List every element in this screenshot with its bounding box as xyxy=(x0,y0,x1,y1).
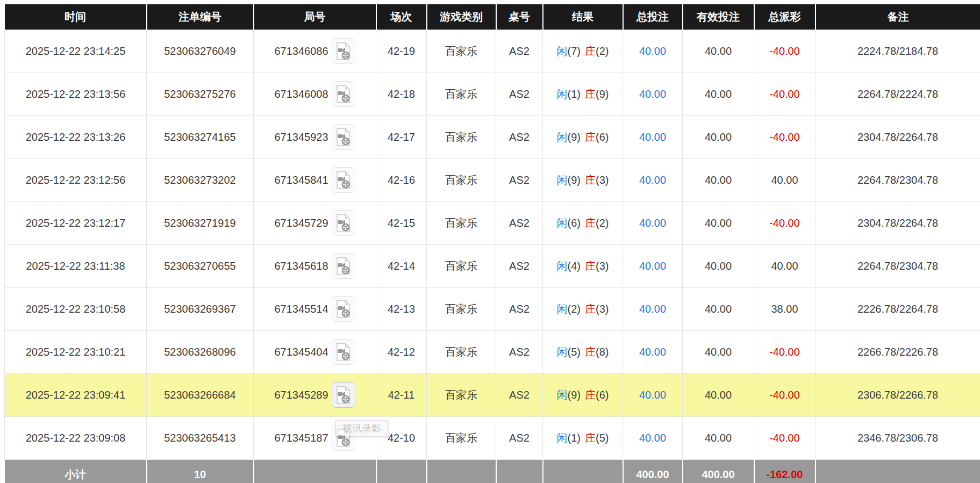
remark-cell: 2226.78/2264.78 xyxy=(816,287,980,330)
result-cell: 闲(9)庄(3) xyxy=(543,158,623,201)
result-banker-label: 庄 xyxy=(585,131,596,143)
video-replay-button[interactable] xyxy=(332,339,355,365)
bet-time: 2025-12-22 23:13:56 xyxy=(26,88,126,100)
valid-bet: 40.00 xyxy=(705,174,732,186)
round-id: 671345514 xyxy=(274,303,328,315)
table-row[interactable]: 2025-12-22 23:10:58523063269367671345514… xyxy=(5,287,980,330)
bet-time-cell: 2025-12-22 23:10:21 xyxy=(5,330,147,373)
session: 42-13 xyxy=(388,303,415,315)
subtotal-payout-cell: -162.00 xyxy=(754,459,816,483)
col-header-session: 场次 xyxy=(376,4,427,30)
bet-time: 2025-12-22 23:13:26 xyxy=(26,131,126,143)
result-banker-value: (5) xyxy=(596,432,609,444)
video-replay-button[interactable] xyxy=(332,296,355,322)
table-number: AS2 xyxy=(509,260,530,272)
remark: 2264.78/2304.78 xyxy=(857,174,938,186)
result-player-value: (9) xyxy=(568,131,581,143)
total-payout: -40.00 xyxy=(769,88,800,100)
remark: 2304.78/2264.78 xyxy=(857,217,938,229)
total-bet-cell: 40.00 xyxy=(623,158,683,201)
round-wrap: 671345618 xyxy=(254,253,376,279)
result-player-label: 闲 xyxy=(557,45,568,57)
table-row[interactable]: 2025-12-22 23:13:26523063274165671345923… xyxy=(5,116,980,158)
total-bet-cell: 40.00 xyxy=(623,287,683,330)
remark: 2346.78/2306.78 xyxy=(857,432,938,444)
round-wrap: 671345514 xyxy=(254,296,376,322)
table-number-cell: AS2 xyxy=(496,201,543,244)
bet-time-cell: 2025-12-22 23:14:25 xyxy=(5,30,147,73)
result-player-value: (9) xyxy=(568,174,581,186)
subtotal-row: 小计 10 400.00 400.00 -162.00 xyxy=(5,459,980,483)
subtotal-empty-cell xyxy=(254,459,376,483)
total-payout: 40.00 xyxy=(771,174,798,186)
col-header-table-number: 桌号 xyxy=(496,4,543,30)
bet-time: 2025-12-22 23:09:08 xyxy=(26,432,126,444)
result-player-value: (9) xyxy=(568,389,581,401)
remark: 2304.78/2264.78 xyxy=(857,131,938,143)
result-player-label: 闲 xyxy=(557,131,568,143)
table-row[interactable]: 2025-12-22 23:09:41523063266684671345289… xyxy=(5,373,980,416)
result-player-value: (1) xyxy=(568,432,581,444)
table-row[interactable]: 2025-12-22 23:09:08523063265413671345187… xyxy=(5,416,980,459)
bet-time: 2025-12-22 23:11:38 xyxy=(26,260,125,272)
table-number: AS2 xyxy=(509,131,530,143)
total-payout: -40.00 xyxy=(769,389,800,401)
result-player-label: 闲 xyxy=(557,217,568,229)
video-replay-button[interactable] xyxy=(332,382,355,408)
table-row[interactable]: 2025-12-22 23:14:25523063276049671346086… xyxy=(5,30,980,73)
video-replay-button[interactable] xyxy=(332,81,355,107)
result-cell: 闲(6)庄(2) xyxy=(543,201,623,244)
video-replay-button[interactable] xyxy=(332,167,355,193)
total-bet-cell: 40.00 xyxy=(623,416,683,459)
total-payout-cell: -40.00 xyxy=(754,416,816,459)
round-id: 671346008 xyxy=(274,88,328,100)
table-number-cell: AS2 xyxy=(496,287,543,330)
valid-bet: 40.00 xyxy=(705,346,732,358)
result-banker-value: (3) xyxy=(596,260,609,272)
table-row[interactable]: 2025-12-22 23:13:56523063275276671346008… xyxy=(5,73,980,116)
game-type: 百家乐 xyxy=(445,346,477,358)
video-replay-button[interactable] xyxy=(332,253,355,279)
table-row[interactable]: 2025-12-22 23:11:38523063270655671345618… xyxy=(5,244,980,287)
session-cell: 42-12 xyxy=(376,330,427,373)
valid-bet: 40.00 xyxy=(705,45,732,57)
col-header-bet-id: 注单编号 xyxy=(147,4,254,30)
session-cell: 42-19 xyxy=(376,30,427,73)
remark: 2226.78/2264.78 xyxy=(857,303,938,315)
round-id: 671345404 xyxy=(274,346,328,358)
bet-id-cell: 523063268096 xyxy=(147,330,254,373)
session-cell: 42-11 xyxy=(376,373,427,416)
round-id-cell: 671345514 xyxy=(254,287,376,330)
table-number-cell: AS2 xyxy=(496,244,543,287)
valid-bet: 40.00 xyxy=(705,131,732,143)
table-number-cell: AS2 xyxy=(496,158,543,201)
subtotal-empty-cell xyxy=(496,459,543,483)
bet-id-cell: 523063270655 xyxy=(147,244,254,287)
bet-id: 523063268096 xyxy=(164,346,235,358)
video-replay-button[interactable] xyxy=(332,38,355,64)
remark: 2224.78/2184.78 xyxy=(857,45,938,57)
bet-time-cell: 2025-12-22 23:09:08 xyxy=(5,416,147,459)
col-header-time: 时间 xyxy=(5,4,147,30)
round-id-cell: 671345289 xyxy=(254,373,376,416)
result-player-label: 闲 xyxy=(557,174,568,186)
video-replay-button[interactable] xyxy=(332,124,355,150)
valid-bet-cell: 40.00 xyxy=(683,330,754,373)
table-row[interactable]: 2025-12-22 23:12:17523063271919671345729… xyxy=(5,201,980,244)
col-header-game-type: 游戏类别 xyxy=(427,4,496,30)
total-bet: 40.00 xyxy=(639,346,666,358)
bet-id: 523063274165 xyxy=(164,131,235,143)
game-type: 百家乐 xyxy=(445,389,477,401)
total-payout: -40.00 xyxy=(769,432,800,444)
round-wrap: 671345841 xyxy=(254,167,376,193)
film-document-icon xyxy=(335,343,352,361)
result-banker-value: (2) xyxy=(596,45,609,57)
table-row[interactable]: 2025-12-22 23:12:56523063273202671345841… xyxy=(5,158,980,201)
result-banker-label: 庄 xyxy=(585,346,596,358)
bet-time-cell: 2025-12-22 23:11:38 xyxy=(5,244,147,287)
video-replay-button[interactable] xyxy=(332,210,355,236)
total-bet: 40.00 xyxy=(639,45,666,57)
result-player-label: 闲 xyxy=(557,260,568,272)
result-cell: 闲(2)庄(3) xyxy=(543,287,623,330)
table-row[interactable]: 2025-12-22 23:10:21523063268096671345404… xyxy=(5,330,980,373)
